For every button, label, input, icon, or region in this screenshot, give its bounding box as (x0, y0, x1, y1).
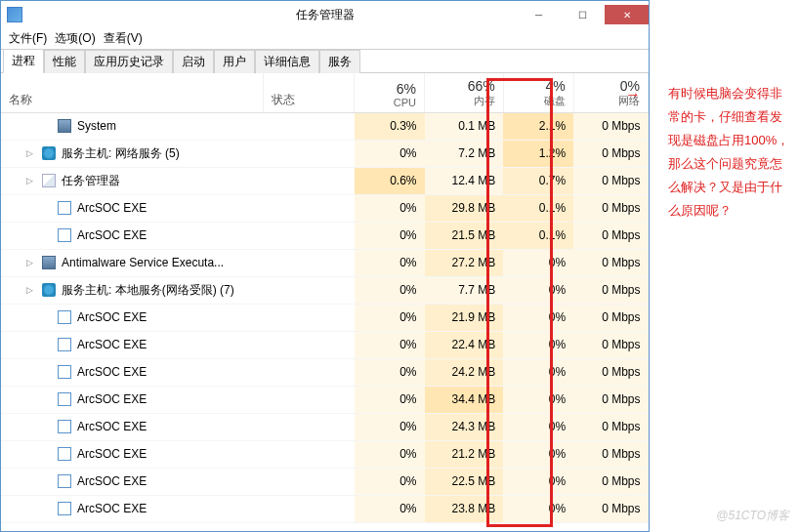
cell-status (264, 140, 355, 167)
menu-view[interactable]: 查看(V) (100, 28, 147, 49)
cell-cpu: 0% (355, 331, 425, 358)
process-scroll[interactable]: 名称 状态 6%CPU 66%内存 4%磁盘 0%网络 System0.3%0.… (1, 73, 649, 531)
cell-status (264, 304, 355, 331)
table-row[interactable]: ArcSOC EXE0%21.9 MB0%0 Mbps (1, 304, 649, 331)
table-row[interactable]: ArcSOC EXE0%22.5 MB0%0 Mbps (1, 468, 649, 495)
table-row[interactable]: ArcSOC EXE0%34.4 MB0%0 Mbps (1, 386, 649, 413)
cell-memory: 21.2 MB (425, 440, 504, 468)
tab-app-history[interactable]: 应用历史记录 (85, 50, 173, 73)
cell-network: 0 Mbps (573, 440, 648, 468)
cell-network: 0 Mbps (573, 358, 648, 386)
expand-icon[interactable]: ▷ (26, 258, 36, 267)
col-status[interactable]: 状态 (264, 73, 355, 112)
process-name: 服务主机: 本地服务(网络受限) (7) (62, 282, 234, 299)
cell-network: 0 Mbps (573, 468, 648, 495)
process-icon (58, 365, 71, 379)
cell-disk: 0% (503, 413, 573, 440)
table-row[interactable]: ▷服务主机: 网络服务 (5)0%7.2 MB1.2%0 Mbps (1, 140, 649, 167)
cell-disk: 0% (503, 276, 573, 304)
process-icon (58, 201, 71, 215)
tab-users[interactable]: 用户 (214, 50, 255, 73)
cell-status (264, 194, 355, 222)
cell-memory: 21.5 MB (425, 222, 504, 249)
tab-performance[interactable]: 性能 (44, 50, 85, 73)
process-name: ArcSOC EXE (77, 338, 147, 351)
cell-name: System (1, 112, 264, 140)
table-row[interactable]: ▷服务主机: 本地服务(网络受限) (7)0%7.7 MB0%0 Mbps (1, 276, 649, 304)
cell-disk: 0.1% (503, 194, 573, 222)
cell-disk: 0% (503, 386, 573, 413)
cell-network: 0 Mbps (573, 112, 648, 140)
table-row[interactable]: ArcSOC EXE0%23.8 MB0%0 Mbps (1, 495, 649, 522)
col-name[interactable]: 名称 (1, 73, 264, 112)
cell-name: ArcSOC EXE (1, 413, 264, 440)
col-cpu[interactable]: 6%CPU (355, 73, 425, 112)
menu-file[interactable]: 文件(F) (5, 28, 51, 49)
cell-cpu: 0% (355, 140, 425, 167)
cell-cpu: 0% (355, 276, 425, 304)
process-name: ArcSOC EXE (77, 365, 147, 379)
cell-network: 0 Mbps (573, 304, 648, 331)
process-name: ArcSOC EXE (77, 201, 147, 215)
tab-details[interactable]: 详细信息 (255, 50, 319, 73)
menu-options[interactable]: 选项(O) (51, 28, 99, 49)
cell-name: ArcSOC EXE (1, 440, 264, 468)
tab-processes[interactable]: 进程 (3, 49, 44, 73)
cell-cpu: 0% (355, 495, 425, 522)
cell-network: 0 Mbps (573, 386, 648, 413)
cell-status (264, 413, 355, 440)
table-row[interactable]: ▷Antimalware Service Executa...0%27.2 MB… (1, 249, 649, 276)
table-row[interactable]: ArcSOC EXE0%21.5 MB0.1%0 Mbps (1, 222, 649, 249)
cell-network: 0 Mbps (573, 167, 648, 194)
table-row[interactable]: ArcSOC EXE0%21.2 MB0%0 Mbps (1, 440, 649, 468)
cell-memory: 34.4 MB (425, 386, 504, 413)
table-row[interactable]: System0.3%0.1 MB2.1%0 Mbps (1, 112, 649, 140)
col-memory[interactable]: 66%内存 (425, 73, 504, 112)
process-table-area: 名称 状态 6%CPU 66%内存 4%磁盘 0%网络 System0.3%0.… (1, 73, 649, 531)
minimize-button[interactable]: ─ (517, 5, 561, 24)
titlebar[interactable]: 任务管理器 ─ ☐ ✕ (1, 1, 649, 28)
cell-cpu: 0% (355, 440, 425, 468)
cell-status (264, 112, 355, 140)
cell-cpu: 0.6% (355, 167, 425, 194)
cell-status (264, 440, 355, 468)
cell-status (264, 249, 355, 276)
maximize-button[interactable]: ☐ (561, 5, 605, 24)
tab-startup[interactable]: 启动 (173, 50, 214, 73)
cell-memory: 29.8 MB (425, 194, 504, 222)
cell-cpu: 0% (355, 249, 425, 276)
expand-icon[interactable]: ▷ (26, 285, 36, 295)
cell-cpu: 0% (355, 358, 425, 386)
table-row[interactable]: ArcSOC EXE0%22.4 MB0%0 Mbps (1, 331, 649, 358)
cell-network: 0 Mbps (573, 249, 648, 276)
cell-memory: 23.8 MB (425, 495, 504, 522)
cell-memory: 7.2 MB (425, 140, 504, 167)
table-row[interactable]: ▷任务管理器0.6%12.4 MB0.7%0 Mbps (1, 167, 649, 194)
process-icon (58, 310, 71, 324)
cell-network: 0 Mbps (573, 222, 648, 249)
expand-icon[interactable]: ▷ (26, 148, 36, 158)
tab-services[interactable]: 服务 (319, 50, 360, 73)
process-name: ArcSOC EXE (77, 474, 147, 488)
cell-cpu: 0% (355, 413, 425, 440)
col-disk[interactable]: 4%磁盘 (503, 73, 573, 112)
expand-icon[interactable]: ▷ (26, 176, 36, 185)
cell-disk: 0% (503, 468, 573, 495)
process-name: ArcSOC EXE (77, 420, 147, 433)
table-row[interactable]: ArcSOC EXE0%24.3 MB0%0 Mbps (1, 413, 649, 440)
cell-cpu: 0% (355, 468, 425, 495)
cell-name: ▷服务主机: 网络服务 (5) (1, 140, 264, 167)
table-row[interactable]: ArcSOC EXE0%24.2 MB0%0 Mbps (1, 358, 649, 386)
cell-network: 0 Mbps (573, 495, 648, 522)
table-row[interactable]: ArcSOC EXE0%29.8 MB0.1%0 Mbps (1, 194, 649, 222)
cell-name: ▷服务主机: 本地服务(网络受限) (7) (1, 276, 264, 304)
cell-status (264, 495, 355, 522)
cell-name: ArcSOC EXE (1, 222, 264, 249)
cell-disk: 0% (503, 358, 573, 386)
close-button[interactable]: ✕ (605, 5, 649, 24)
cell-name: ArcSOC EXE (1, 386, 264, 413)
process-icon (58, 502, 71, 515)
process-icon (58, 338, 71, 351)
cell-memory: 22.4 MB (425, 331, 504, 358)
cell-disk: 0% (503, 331, 573, 358)
